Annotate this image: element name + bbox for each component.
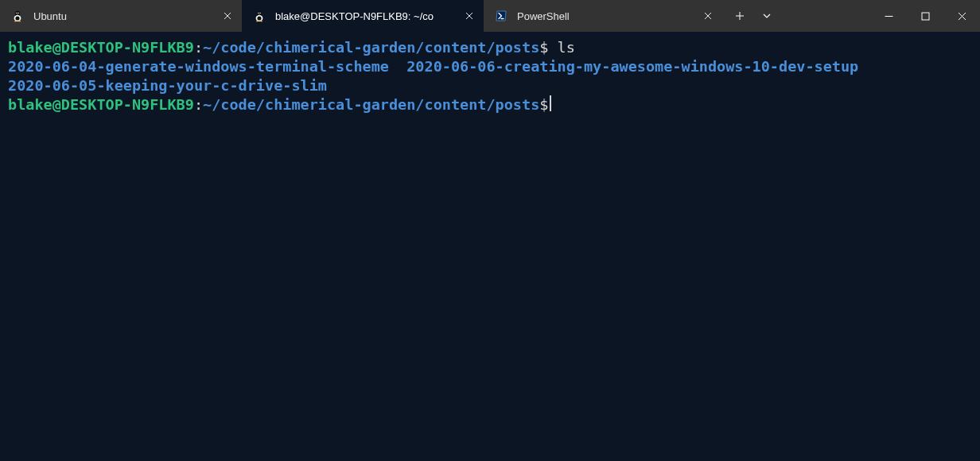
close-icon[interactable] xyxy=(702,10,714,22)
cursor xyxy=(550,95,551,111)
tab-ubuntu[interactable]: Ubuntu xyxy=(0,0,242,32)
directory-name: 2020-06-05-keeping-your-c-drive-slim xyxy=(8,77,327,94)
prompt-path: ~/code/chimerical-garden/content/posts xyxy=(203,39,539,56)
prompt-user: blake@DESKTOP-N9FLKB9 xyxy=(8,39,194,56)
tab-actions xyxy=(722,0,780,32)
tab-title: PowerShell xyxy=(517,10,695,22)
tab-dropdown-button[interactable] xyxy=(754,0,780,32)
svg-point-2 xyxy=(15,16,19,20)
prompt-symbol: $ xyxy=(539,96,548,113)
prompt-colon: : xyxy=(194,39,203,56)
terminal-output[interactable]: blake@DESKTOP-N9FLKB9:~/code/chimerical-… xyxy=(0,32,980,461)
tab-title: blake@DESKTOP-N9FLKB9: ~/co xyxy=(275,10,457,22)
tab-strip: Ubuntu blake@DESKTOP-N9FLKB9: ~/co xyxy=(0,0,722,32)
directory-name: 2020-06-06-creating-my-awesome-windows-1… xyxy=(406,58,858,75)
close-icon[interactable] xyxy=(463,10,476,22)
svg-point-3 xyxy=(16,13,17,14)
window-controls xyxy=(870,0,980,32)
command-text: ls xyxy=(558,39,575,56)
svg-point-9 xyxy=(257,16,261,20)
svg-rect-20 xyxy=(922,13,929,20)
svg-point-11 xyxy=(259,13,260,14)
prompt-user: blake@DESKTOP-N9FLKB9 xyxy=(8,96,194,113)
ls-output-line-2: 2020-06-05-keeping-your-c-drive-slim xyxy=(8,76,972,95)
maximize-button[interactable] xyxy=(907,0,943,32)
prompt-symbol: $ xyxy=(539,39,548,56)
ls-output-line-1: 2020-06-04-generate-windows-terminal-sch… xyxy=(8,57,972,76)
minimize-button[interactable] xyxy=(870,0,907,32)
command-text xyxy=(548,39,557,56)
tux-icon xyxy=(253,10,266,22)
tab-wsl-active[interactable]: blake@DESKTOP-N9FLKB9: ~/co xyxy=(242,0,484,32)
new-tab-button[interactable] xyxy=(727,0,752,32)
prompt-line-2: blake@DESKTOP-N9FLKB9:~/code/chimerical-… xyxy=(8,95,972,114)
terminal-window: Ubuntu blake@DESKTOP-N9FLKB9: ~/co xyxy=(0,0,980,461)
svg-point-4 xyxy=(18,13,18,14)
prompt-path: ~/code/chimerical-garden/content/posts xyxy=(203,96,539,113)
titlebar-spacer xyxy=(780,0,870,32)
tab-powershell[interactable]: PowerShell xyxy=(484,0,722,32)
prompt-colon: : xyxy=(194,96,203,113)
close-icon[interactable] xyxy=(221,10,234,22)
prompt-line-1: blake@DESKTOP-N9FLKB9:~/code/chimerical-… xyxy=(8,38,972,57)
directory-name: 2020-06-04-generate-windows-terminal-sch… xyxy=(8,58,389,75)
tab-title: Ubuntu xyxy=(33,10,215,22)
titlebar: Ubuntu blake@DESKTOP-N9FLKB9: ~/co xyxy=(0,0,980,32)
gap xyxy=(389,58,406,75)
svg-point-10 xyxy=(258,13,259,14)
close-window-button[interactable] xyxy=(943,0,980,32)
tux-icon xyxy=(11,10,24,22)
powershell-icon xyxy=(495,10,508,22)
